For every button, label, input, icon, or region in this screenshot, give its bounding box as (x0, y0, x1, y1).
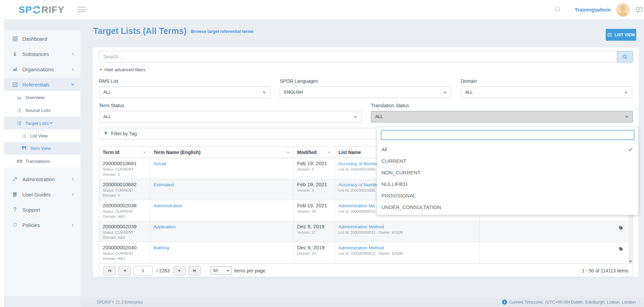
scrollbar-down-arrow[interactable] (629, 261, 632, 263)
sidebar-item-administration[interactable]: Administration (4, 173, 80, 186)
dropdown-option-current[interactable]: CURRENT (377, 155, 638, 167)
search-button[interactable] (617, 51, 633, 62)
list-icon (16, 121, 22, 126)
list-name-link[interactable]: Administration Me (338, 203, 375, 208)
chevron-down-icon (353, 115, 357, 118)
list-view-icon (607, 33, 612, 37)
term-name-link[interactable]: Bathing (153, 245, 169, 250)
cell-version: Version: 3 (297, 167, 331, 171)
term-status-value: ALL (103, 114, 111, 119)
column-header-term-id[interactable]: Term Id (99, 147, 150, 158)
search-input[interactable] (99, 51, 620, 62)
sidebar: Dashboard Substances Organisations (4, 30, 80, 296)
column-header-term-name[interactable]: Term Name (English) (150, 147, 294, 158)
sidebar-item-list-view[interactable]: List View (4, 130, 80, 142)
rms-list-select[interactable]: ALL (99, 87, 270, 98)
app-window: SP RIFY Training\admin (0, 0, 644, 307)
cell-list-id: List Id: 200000000013 - Owner: EDQM (338, 230, 476, 234)
items-per-page-label: items per page (234, 268, 266, 273)
page-title: Target Lists (All Terms) Browse target r… (93, 26, 253, 36)
column-header-modified[interactable]: Modified (294, 147, 335, 158)
rms-list-label: RMS List (99, 78, 270, 84)
list-name-link[interactable]: Accuracy of Numbe (338, 161, 378, 166)
list-name-link[interactable]: Administration Method (338, 245, 384, 250)
avatar[interactable] (616, 3, 630, 17)
cell-modified: Feb 19, 2021 (297, 203, 331, 208)
sidebar-item-user-guides[interactable]: User Guides (4, 188, 80, 201)
list-name-link[interactable]: Accuracy of Numbe (338, 182, 378, 187)
dropdown-option-under-consultation[interactable]: UNDER_CONSULTATION (377, 201, 638, 213)
list-icon (16, 108, 22, 113)
cell-term-id: 200000010681 (103, 160, 146, 166)
dropdown-option-all[interactable]: All (377, 143, 638, 155)
cell-status: Status: CURRENT (103, 209, 146, 213)
previous-page-button[interactable] (118, 266, 131, 275)
translation-status-dropdown: All CURRENT NON_CURRENT NULLIFIED (377, 127, 639, 215)
sidebar-item-substances[interactable]: Substances (4, 47, 80, 60)
term-status-select[interactable]: ALL (99, 111, 361, 122)
sidebar-item-organisations[interactable]: Organisations (4, 63, 80, 76)
translation-status-select[interactable]: ALL (371, 111, 633, 122)
sidebar-label-administration: Administration (22, 176, 55, 182)
pagination-bar: / 2283 50 items per page 1 - 50 of (99, 263, 632, 277)
sidebar-item-source-lists[interactable]: Source Lists (4, 104, 80, 117)
last-page-button[interactable] (188, 266, 201, 275)
cell-tags (480, 242, 629, 263)
cell-version: Version: 27 (297, 230, 331, 234)
first-page-button[interactable] (103, 266, 116, 275)
items-per-page-value: 50 (213, 268, 218, 273)
footer-timezone: i Current Timezone: (UTC+00:00) Dublin, … (502, 300, 636, 305)
items-per-page-select[interactable]: 50 (211, 266, 232, 275)
term-name-link[interactable]: Administration (153, 203, 183, 208)
tag-icon[interactable] (618, 246, 624, 253)
search-icon (622, 54, 628, 60)
sidebar-item-term-view[interactable]: Term View (4, 142, 80, 155)
list-name-link[interactable]: Administration Method (338, 224, 384, 229)
sidebar-item-translations[interactable]: A x Translations (4, 155, 80, 168)
user-menu[interactable]: Training\admin (575, 7, 611, 13)
cell-term-id: 200000002038 (103, 203, 146, 208)
cell-domain: Domain: H&V (103, 235, 146, 239)
list-view-button[interactable]: LIST VIEW (606, 29, 636, 41)
sidebar-item-target-lists[interactable]: Target Lists (4, 117, 80, 130)
chevron-left-icon (71, 192, 75, 197)
app-logo[interactable]: SP RIFY (19, 4, 64, 15)
dropdown-option-nullified[interactable]: NULLIFIED (377, 178, 638, 190)
list-icon (21, 134, 27, 138)
chat-bubble-icon[interactable] (636, 7, 643, 15)
cell-status: Status: CURRENT (103, 167, 146, 171)
svg-text:x: x (20, 160, 21, 163)
cell-domain: Domain: V (103, 172, 146, 176)
sidebar-item-overview[interactable]: Overview (4, 91, 80, 104)
flask-icon (12, 51, 18, 57)
notifications-bell-icon[interactable] (554, 5, 562, 15)
hide-advanced-filters-link[interactable]: Hide advanced filters (99, 67, 633, 72)
dropdown-option-non-current[interactable]: NON_CURRENT (377, 167, 638, 178)
sidebar-item-policies[interactable]: Policies (4, 218, 80, 231)
sidebar-item-support[interactable]: ? Support (4, 203, 80, 216)
term-name-link[interactable]: Actual (153, 161, 166, 166)
sidebar-item-referentials[interactable]: Referentials (4, 78, 80, 91)
table-row[interactable]: 200000002039 Status: CURRENT Domain: H&V… (99, 221, 632, 242)
spor-languages-label: SPOR Languages (280, 78, 451, 84)
next-page-button[interactable] (173, 266, 186, 275)
browse-terms-link[interactable]: Browse target referential terms (191, 29, 253, 34)
sidebar-item-dashboard[interactable]: Dashboard (4, 32, 80, 45)
page-number-input[interactable] (133, 266, 153, 275)
spor-languages-select[interactable]: ENGLISH (280, 87, 451, 98)
hamburger-menu-icon[interactable] (77, 7, 86, 13)
term-name-link[interactable]: Estimated (153, 182, 174, 187)
tag-icon[interactable] (618, 225, 624, 232)
chevron-left-icon (71, 177, 75, 181)
chevron-down-icon (625, 115, 629, 118)
table-row[interactable]: 200000002040 Status: CURRENT Domain: H&V… (99, 242, 632, 263)
logo-text-sp: SP (19, 4, 32, 15)
dropdown-option-provisional[interactable]: PROVISIONAL (377, 190, 638, 201)
domain-select[interactable]: ALL (461, 87, 632, 98)
dropdown-filter-input[interactable] (381, 130, 635, 140)
sidebar-label-dashboard: Dashboard (22, 36, 47, 42)
question-mark-icon: ? (12, 206, 18, 213)
footer-timezone-text: Current Timezone: (UTC+00:00) Dublin, Ed… (509, 300, 636, 305)
sidebar-label-source-lists: Source Lists (25, 108, 50, 113)
term-name-link[interactable]: Application (153, 224, 176, 229)
